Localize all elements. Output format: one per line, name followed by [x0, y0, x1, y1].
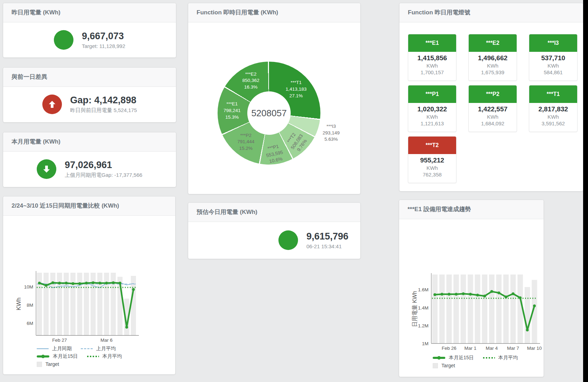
- card-title: ***E1 設備用電達成趨勢: [399, 200, 544, 219]
- legend-item-上月平均[interactable]: 上月平均: [81, 346, 116, 352]
- kpi-text: 9,615,796 06-21 15:34:41: [306, 231, 348, 249]
- lamp-tile-target: 1,684,092: [481, 120, 504, 126]
- card-title: 與前一日差異: [3, 68, 176, 87]
- lamp-tile-T2: ***T2955,212KWh762,358: [408, 136, 456, 183]
- lamp-tile-target: 762,358: [423, 172, 441, 178]
- svg-text:Feb 27: Feb 27: [52, 338, 67, 343]
- lamp-tile-body: 2,817,832KWh3,591,562: [529, 103, 577, 126]
- kpi-subtitle: 上個月同期用電Gap: -17,377,566: [65, 172, 142, 179]
- lamp-tile-target: 584,861: [544, 69, 562, 75]
- kpi-body: Gap: 4,142,898 昨日與前日用電量 5,524,175: [3, 86, 176, 122]
- kpi-body: 9,667,073 Target: 11,128,992: [3, 22, 176, 57]
- lamp-tile-unit: KWh: [426, 165, 438, 171]
- lamp-tile-label: ***I3: [529, 34, 577, 52]
- legend-item-Target[interactable]: Target: [433, 363, 455, 368]
- legend-marker-thickline: [37, 355, 49, 357]
- legend-label: 上月平均: [96, 346, 116, 352]
- lamp-tile-body: 1,422,557KWh1,684,092: [469, 103, 517, 126]
- legend-marker-line: [37, 348, 49, 349]
- legend-item-本月近15日[interactable]: 本月近15日: [37, 353, 78, 360]
- legend-marker-square: [433, 363, 438, 368]
- kpi-body: 97,026,961 上個月同期用電Gap: -17,377,566: [3, 151, 176, 187]
- lamp-tile-unit: KWh: [487, 63, 498, 69]
- card-title: 2/24~3/10 近15日同期用電量比較 (KWh): [3, 196, 175, 216]
- card-yesterday-usage: 昨日用電量 (KWh) 9,667,073 Target: 11,128,992: [3, 3, 176, 58]
- lamp-tile-value: 1,020,322: [417, 105, 447, 113]
- svg-text:Mar 10: Mar 10: [527, 346, 542, 351]
- lamp-tile-target: 3,591,562: [541, 120, 565, 126]
- lamp-tile-unit: KWh: [547, 63, 559, 69]
- svg-text:8M: 8M: [27, 303, 33, 308]
- card-15day-comparison-chart: 6M8M10MFeb 27Mar 6KWh 2/24~3/10 近15日同期用電…: [3, 196, 176, 375]
- lamp-tile-P1: ***P11,020,322KWh1,121,613: [408, 85, 456, 132]
- kpi-value: 9,667,073: [82, 31, 125, 42]
- svg-text:日用電量 KWh: 日用電量 KWh: [412, 291, 418, 327]
- lamp-grid: ***E11,415,856KWh1,700,157***E21,496,662…: [408, 34, 577, 183]
- card-title: Function 即時日用電量 (KWh): [188, 3, 360, 22]
- card-e1-trend-chart: 1M1.2M1.4M1.6MFeb 26Mar 1Mar 4Mar 7Mar 1…: [399, 200, 544, 377]
- lamp-tile-target: 1,675,939: [481, 69, 504, 75]
- lamp-tile-body: 1,415,856KWh1,700,157: [408, 52, 456, 75]
- kpi-subtitle: Target: 11,128,992: [82, 43, 125, 49]
- kpi-text: 9,667,073 Target: 11,128,992: [82, 31, 125, 49]
- card-realtime-donut: Function 即時日用電量 (KWh) 5208057 ***T11,413…: [188, 3, 361, 194]
- lamp-tile-label: ***P2: [469, 85, 517, 103]
- legend-item-上月同期[interactable]: 上月同期: [37, 346, 72, 352]
- lamp-tile-E2: ***E21,496,662KWh1,675,939: [468, 34, 517, 81]
- lamp-tile-target: 1,700,157: [420, 69, 444, 75]
- lamp-tile-label: ***T1: [529, 85, 577, 103]
- donut-chart[interactable]: 5208057 ***T11,413,18327.1%***I3293,1495…: [218, 62, 320, 165]
- lamp-tile-unit: KWh: [487, 114, 498, 120]
- card-title: Function 昨日用電燈號: [399, 3, 583, 22]
- kpi-value: 9,615,796: [306, 231, 348, 242]
- legend-label: Target: [45, 361, 59, 367]
- svg-text:Feb 26: Feb 26: [442, 346, 456, 351]
- lamp-tile-unit: KWh: [547, 114, 559, 120]
- legend-marker-square: [37, 362, 42, 367]
- svg-text:Mar 1: Mar 1: [465, 346, 477, 351]
- status-circle-icon: [278, 230, 298, 250]
- comparison-chart: 6M8M10MFeb 27Mar 6KWh: [3, 196, 175, 345]
- lamp-tile-value: 1,422,557: [478, 105, 508, 113]
- kpi-timestamp: 06-21 15:34:41: [306, 243, 348, 249]
- dashboard-page: { "colors": { "green": "#2f9e33", "red":…: [0, 0, 588, 382]
- lamp-tile-label: ***P1: [408, 85, 456, 103]
- lamp-tile-P2: ***P21,422,557KWh1,684,092: [468, 85, 517, 132]
- kpi-text: Gap: 4,142,898 昨日與前日用電量 5,524,175: [70, 95, 137, 114]
- kpi-value: Gap: 4,142,898: [70, 95, 137, 106]
- legend-item-本月平均[interactable]: 本月平均: [87, 353, 122, 360]
- legend-label: Target: [441, 363, 455, 368]
- svg-text:1.2M: 1.2M: [418, 323, 428, 328]
- card-today-estimate: 預估今日用電量 (KWh) 9,615,796 06-21 15:34:41: [188, 202, 361, 259]
- legend-item-本月平均[interactable]: 本月平均: [483, 355, 518, 361]
- lamp-tile-unit: KWh: [426, 63, 438, 69]
- comparison-chart-legend: 上月同期上月平均本月近15日本月平均Target: [37, 345, 131, 368]
- legend-label: 本月平均: [498, 355, 518, 361]
- legend-marker-thickline: [433, 357, 445, 359]
- legend-marker-dash: [81, 348, 93, 349]
- donut-slice-label-E2: ***E2850,36216.3%: [242, 71, 260, 91]
- arrow-down-icon: [37, 159, 56, 179]
- kpi-text: 97,026,961 上個月同期用電Gap: -17,377,566: [65, 160, 142, 179]
- legend-item-本月近15日[interactable]: 本月近15日: [433, 355, 474, 361]
- donut-slice-label-P2: ***P2791,44415.2%: [237, 132, 254, 152]
- arrow-up-icon: [42, 95, 62, 114]
- svg-text:Mar 4: Mar 4: [486, 346, 498, 351]
- svg-text:1M: 1M: [422, 341, 428, 346]
- donut-slice-label-I3: ***I3293,1495.63%: [323, 123, 340, 143]
- svg-text:Mar 7: Mar 7: [507, 346, 519, 351]
- legend-label: 本月平均: [102, 353, 122, 360]
- lamp-tile-value: 1,496,662: [478, 54, 508, 62]
- kpi-value: 97,026,961: [65, 160, 142, 171]
- lamp-tile-value: 2,817,832: [538, 105, 568, 113]
- lamp-tile-label: ***E1: [408, 34, 456, 52]
- svg-text:Mar 6: Mar 6: [100, 338, 113, 343]
- lamp-tile-value: 537,710: [541, 54, 565, 62]
- legend-item-Target[interactable]: Target: [37, 361, 59, 367]
- lamp-tile-target: 1,121,613: [420, 120, 444, 126]
- svg-text:6M: 6M: [27, 321, 33, 326]
- kpi-subtitle: 昨日與前日用電量 5,524,175: [70, 107, 137, 114]
- lamp-tile-unit: KWh: [426, 114, 438, 120]
- svg-text:1.6M: 1.6M: [418, 287, 428, 292]
- lamp-tile-I3: ***I3537,710KWh584,861: [529, 34, 578, 81]
